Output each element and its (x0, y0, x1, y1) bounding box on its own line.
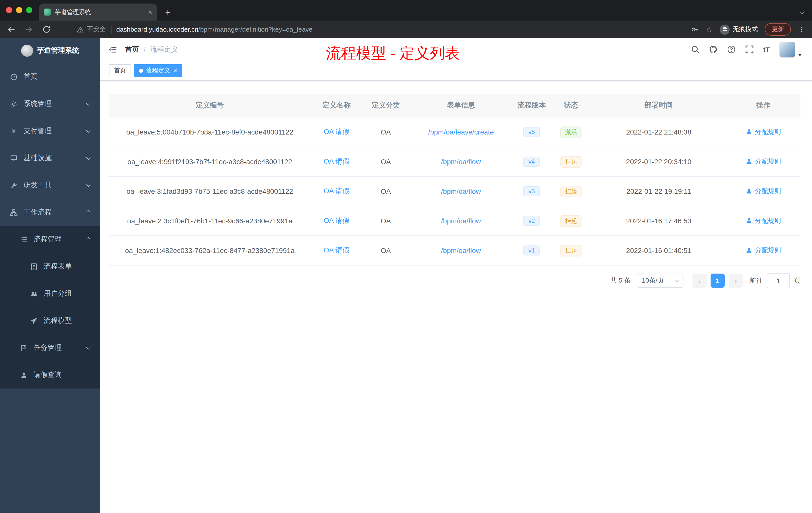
sidebar-item-system-mgmt[interactable]: 系统管理 (0, 90, 100, 117)
wrench-icon (10, 181, 18, 189)
browser-menu-icon[interactable] (798, 25, 805, 33)
svg-text:¥: ¥ (12, 127, 16, 134)
form-info-link[interactable]: /bpm/oa/flow (441, 246, 481, 254)
goto-page-input[interactable] (767, 273, 790, 288)
password-key-icon[interactable] (691, 25, 699, 33)
sidebar-item-workflow[interactable]: 工作流程 (0, 199, 100, 226)
avatar[interactable] (779, 41, 795, 58)
deploy-time: 2022-01-22 19:19:11 (592, 176, 726, 206)
version-badge: v1 (523, 245, 540, 255)
assign-rule-link[interactable]: 分配规则 (746, 246, 781, 255)
security-label[interactable]: 不安全 (87, 25, 106, 34)
form-info-link[interactable]: /bpm/oa/flow (441, 217, 481, 225)
column-header: 表单信息 (409, 94, 513, 117)
breadcrumb: 首页 / 流程定义 (125, 45, 178, 54)
page-size-select[interactable]: 10条/页 (637, 274, 684, 288)
assign-rule-link[interactable]: 分配规则 (746, 127, 781, 137)
annotation-title: 流程模型 - 定义列表 (326, 43, 460, 64)
column-header: 定义名称 (311, 94, 362, 117)
current-page-button[interactable]: 1 (710, 274, 725, 288)
sidebar-toggle-icon[interactable] (108, 45, 117, 54)
tag-close-icon[interactable]: × (173, 67, 177, 74)
address-bar[interactable]: 不安全 dashboard.yudao.iocoder.cn/bpm/manag… (77, 25, 685, 34)
incognito-icon (720, 24, 730, 34)
tab-search-chevron-icon[interactable] (800, 9, 805, 14)
tab-title: 芋道管理系统 (55, 8, 145, 16)
user-icon (746, 218, 752, 224)
breadcrumb-separator: / (144, 46, 146, 54)
bookmark-star-icon[interactable]: ☆ (706, 26, 713, 33)
minimize-window-button[interactable] (16, 7, 22, 13)
definition-name-link[interactable]: OA 请假 (324, 246, 349, 254)
back-icon[interactable] (7, 25, 16, 34)
column-header: 部署时间 (592, 94, 726, 117)
active-dot (139, 68, 143, 72)
definition-category: OA (362, 236, 409, 265)
new-tab-button[interactable]: + (165, 8, 171, 17)
sidebar-item-dev-tools[interactable]: 研发工具 (0, 172, 100, 199)
sidebar-item-process-form[interactable]: 流程表单 (0, 253, 100, 280)
search-icon[interactable] (691, 45, 699, 54)
app-logo-row[interactable]: 芋道管理系统 (0, 38, 100, 63)
sidebar-item-home[interactable]: 首页 (0, 63, 100, 90)
definition-id: oa_leave:4:991f2193-7b7f-11ec-a3c8-acde4… (109, 147, 311, 176)
status-badge: 挂起 (561, 215, 582, 227)
incognito-badge: 无痕模式 (720, 24, 758, 34)
font-size-icon[interactable]: tT (763, 46, 770, 54)
sidebar-item-payment-mgmt[interactable]: ¥ 支付管理 (0, 117, 100, 145)
sidebar-item-user-group[interactable]: 用户分组 (0, 280, 100, 307)
sidebar-item-task-mgmt[interactable]: 任务管理 (0, 334, 100, 361)
page-size-value: 10条/页 (642, 276, 664, 285)
close-window-button[interactable] (6, 7, 12, 13)
fullscreen-icon[interactable] (745, 45, 754, 54)
table-header-row: 定义编号定义名称定义分类表单信息流程版本状态部署时间操作 (109, 94, 801, 117)
tags-view-bar: 首页 × 流程定义 × (100, 61, 812, 81)
table-row: oa_leave:2:3c1f0ef1-76b1-11ec-9c66-a2380… (109, 206, 801, 236)
view-tag-流程定义[interactable]: 流程定义 × (134, 64, 182, 77)
chevron-up-icon (86, 237, 91, 241)
docs-question-icon[interactable] (727, 45, 736, 54)
toolbar-right: ☆ 无痕模式 更新 (691, 23, 805, 36)
prev-page-button[interactable]: ‹ (693, 274, 706, 288)
zoom-window-button[interactable] (26, 7, 32, 13)
browser-tab[interactable]: 芋道管理系统 × (39, 3, 157, 21)
user-menu[interactable] (779, 41, 802, 58)
github-icon[interactable] (709, 45, 718, 54)
breadcrumb-home[interactable]: 首页 (125, 45, 139, 54)
flag-icon (20, 344, 28, 352)
incognito-label: 无痕模式 (733, 25, 758, 34)
table-row: oa_leave:4:991f2193-7b7f-11ec-a3c8-acde4… (109, 147, 801, 176)
sidebar-item-process-model[interactable]: 流程模型 (0, 307, 100, 334)
version-badge: v3 (523, 186, 540, 196)
column-header: 操作 (726, 94, 801, 117)
definition-name-link[interactable]: OA 请假 (324, 216, 349, 224)
forward-icon[interactable] (25, 25, 33, 34)
assign-rule-link[interactable]: 分配规则 (746, 216, 781, 225)
sidebar-item-process-mgmt[interactable]: 流程管理 (0, 226, 100, 253)
view-tag-首页[interactable]: 首页 × (109, 64, 131, 77)
table-row: oa_leave:5:004b710b-7b8a-11ec-8ef0-acde4… (109, 117, 801, 147)
assign-rule-link[interactable]: 分配规则 (746, 187, 781, 196)
definition-id: oa_leave:5:004b710b-7b8a-11ec-8ef0-acde4… (109, 117, 311, 147)
list-icon (20, 236, 28, 243)
monitor-icon (10, 154, 18, 162)
chevron-up-icon (86, 210, 91, 214)
user-icon (746, 188, 752, 194)
sidebar-item-leave-query[interactable]: 请假查询 (0, 361, 100, 389)
goto-label: 前往 (750, 276, 763, 285)
form-info-link[interactable]: /bpm/oa/flow (441, 187, 481, 195)
sidebar-item-infrastructure[interactable]: 基础设施 (0, 145, 100, 172)
chrome-update-button[interactable]: 更新 (765, 23, 791, 36)
dashboard-icon (10, 73, 18, 81)
reload-icon[interactable] (42, 25, 51, 34)
form-info-link[interactable]: /bpm/oa/flow (441, 158, 481, 165)
tab-close-icon[interactable]: × (148, 8, 152, 16)
browser-tabstrip: 芋道管理系统 × + (0, 0, 812, 21)
assign-rule-link[interactable]: 分配规则 (746, 157, 781, 166)
definition-name-link[interactable]: OA 请假 (324, 127, 349, 135)
url-text[interactable]: dashboard.yudao.iocoder.cn/bpm/manager/d… (116, 26, 312, 33)
form-info-link[interactable]: /bpm/oa/leave/create (428, 128, 494, 136)
definition-name-link[interactable]: OA 请假 (324, 157, 349, 165)
definition-name-link[interactable]: OA 请假 (324, 187, 349, 195)
next-page-button[interactable]: › (729, 274, 743, 288)
